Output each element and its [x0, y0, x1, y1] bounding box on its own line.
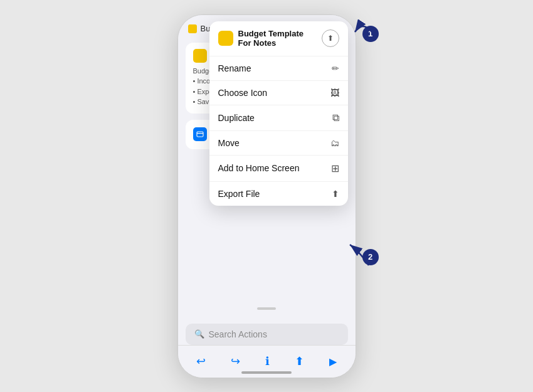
move-label: Move — [218, 138, 240, 148]
search-bar[interactable]: 🔍 Search Actions — [186, 324, 348, 345]
dropdown-item-add-home[interactable]: Add to Home Screen ⊞ — [209, 156, 348, 182]
rename-icon: ✏ — [332, 63, 339, 73]
dropdown-item-choose-icon[interactable]: Choose Icon 🖼 — [209, 81, 348, 105]
dropdown-menu: Budget TemplateFor Notes ⬆ Rename ✏ Choo… — [209, 21, 348, 206]
toolbar-play-button[interactable]: ▶ — [329, 356, 337, 368]
choose-icon-icon: 🖼 — [330, 88, 339, 98]
home-indicator — [241, 371, 292, 374]
toolbar-back-button[interactable]: ↩ — [196, 354, 206, 368]
drag-handle-area — [178, 307, 356, 315]
dropdown-shortcut-name: Budget TemplateFor Notes — [238, 29, 304, 48]
phone-container: Budget Template For Notes ▾ Done Te Budg… — [177, 14, 356, 378]
add-home-label: Add to Home Screen — [218, 163, 300, 173]
dropdown-item-move[interactable]: Move 🗂 — [209, 131, 348, 156]
drag-handle — [257, 307, 276, 310]
svg-rect-1 — [197, 133, 203, 134]
dropdown-header: Budget TemplateFor Notes ⬆ — [209, 21, 348, 56]
toolbar-forward-button[interactable]: ↪ — [231, 354, 240, 368]
duplicate-icon: ⧉ — [332, 112, 339, 124]
header-icon-yellow — [188, 24, 197, 33]
move-icon: 🗂 — [330, 138, 339, 148]
toolbar-share-button[interactable]: ⬆ — [295, 354, 304, 368]
add-home-icon: ⊞ — [331, 162, 339, 174]
toolbar-info-button[interactable]: ℹ — [265, 354, 270, 368]
dropdown-icon-yellow — [218, 31, 233, 46]
annotation-badge-2: 2 — [362, 249, 379, 265]
choose-icon-label: Choose Icon — [218, 88, 268, 98]
dropdown-item-rename[interactable]: Rename ✏ — [209, 56, 348, 81]
dropdown-item-export[interactable]: Export File ⬆ — [209, 182, 348, 206]
search-bar-container: 🔍 Search Actions — [186, 324, 348, 345]
search-placeholder: Search Actions — [209, 329, 267, 339]
rename-label: Rename — [218, 63, 251, 73]
svg-rect-0 — [197, 132, 203, 137]
search-icon: 🔍 — [194, 329, 204, 339]
cr-icon — [193, 127, 207, 141]
dropdown-header-left: Budget TemplateFor Notes — [218, 29, 304, 48]
duplicate-label: Duplicate — [218, 113, 255, 123]
dropdown-item-duplicate[interactable]: Duplicate ⧉ — [209, 105, 348, 131]
export-label: Export File — [218, 189, 260, 199]
share-icon[interactable]: ⬆ — [322, 29, 339, 47]
export-icon: ⬆ — [332, 189, 339, 199]
annotation-badge-1: 1 — [362, 26, 379, 42]
budget-icon — [193, 49, 207, 63]
